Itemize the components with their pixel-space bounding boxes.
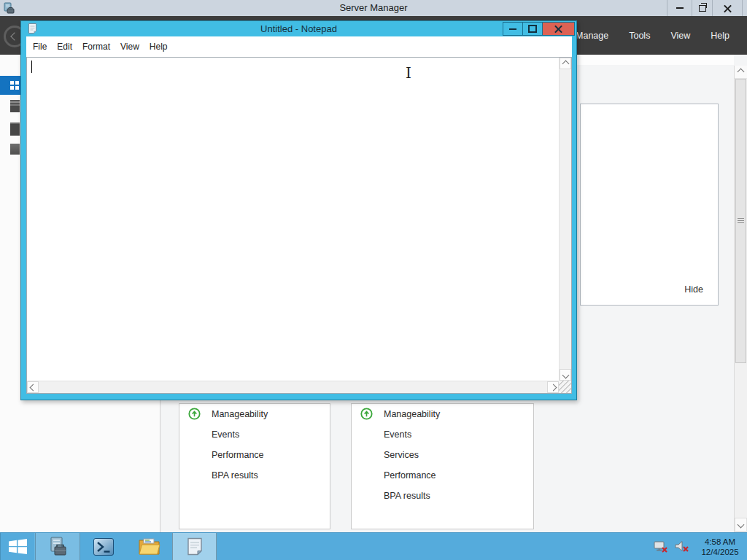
tile-row-label: BPA results	[384, 491, 430, 501]
dashboard-tile-2: Manageability Events Services Performanc…	[351, 403, 534, 529]
ibeam-cursor: I	[406, 66, 411, 80]
tile-row-label: Performance	[384, 470, 436, 481]
maximize-icon	[528, 25, 537, 33]
notepad-menu-format[interactable]: Format	[77, 42, 115, 52]
notepad-titlebar[interactable]: Untitled - Notepad	[21, 21, 576, 36]
server-manager-caption-buttons	[667, 0, 743, 16]
notepad-window: Untitled - Notepad File Edit Format View…	[20, 20, 577, 400]
notification-flyout-panel: Hide	[580, 104, 719, 306]
taskbar-notepad-button[interactable]	[172, 533, 217, 560]
notepad-menu-edit[interactable]: Edit	[52, 42, 77, 52]
close-icon	[724, 4, 732, 12]
dashboard-tile-1: Manageability Events Performance BPA res…	[179, 403, 330, 529]
resize-grip[interactable]	[559, 381, 571, 393]
start-button[interactable]	[0, 533, 35, 560]
server-manager-titlebar[interactable]: Server Manager	[0, 0, 747, 16]
taskbar-powershell-button[interactable]	[80, 533, 126, 560]
restore-button[interactable]	[692, 0, 712, 16]
notepad-close-button[interactable]	[542, 22, 575, 36]
tile-1-manageability[interactable]: Manageability	[179, 404, 330, 424]
sidebar-item-icon[interactable]	[10, 144, 20, 155]
page-scrollbar[interactable]	[734, 66, 747, 532]
minimize-button[interactable]	[667, 0, 692, 16]
scroll-down-button[interactable]	[735, 518, 747, 532]
tile-row-label: BPA results	[212, 470, 258, 481]
windows-logo-icon	[9, 539, 27, 554]
menu-item-view[interactable]: View	[660, 31, 700, 41]
notepad-caption-buttons	[503, 22, 575, 36]
status-up-icon	[188, 408, 201, 420]
chevron-down-icon	[562, 371, 569, 378]
tile-2-events[interactable]: Events	[352, 424, 533, 445]
restore-icon	[699, 5, 706, 12]
back-arrow-icon	[10, 32, 18, 40]
notepad-menubar: File Edit Format View Help	[26, 36, 572, 57]
taskbar-file-explorer-button[interactable]	[126, 533, 172, 560]
notepad-icon	[185, 537, 204, 556]
taskbar-clock[interactable]: 4:58 AM 12/4/2025	[696, 537, 744, 557]
taskbar-server-manager-button[interactable]	[35, 533, 80, 560]
chevron-up-icon	[738, 69, 745, 76]
network-status-icon[interactable]	[654, 540, 668, 553]
notepad-menu-help[interactable]: Help	[144, 42, 173, 52]
status-up-icon	[360, 408, 373, 420]
chevron-right-icon	[549, 384, 557, 391]
speaker-muted-icon	[675, 540, 689, 553]
scroll-right-button[interactable]	[547, 381, 559, 393]
tile-2-bpa-results[interactable]: BPA results	[352, 486, 533, 506]
tile-1-performance[interactable]: Performance	[179, 445, 330, 465]
scroll-up-button[interactable]	[735, 66, 747, 79]
clock-date: 12/4/2025	[696, 547, 744, 557]
scroll-left-button[interactable]	[27, 381, 39, 393]
menu-item-help[interactable]: Help	[700, 31, 740, 41]
chevron-up-icon	[562, 60, 569, 67]
tile-row-label: Performance	[212, 450, 264, 460]
tile-row-label: Manageability	[212, 409, 268, 419]
notepad-minimize-button[interactable]	[503, 22, 523, 36]
dashboard-grid-icon	[10, 81, 20, 90]
tile-2-services[interactable]: Services	[352, 445, 533, 465]
chevron-down-icon	[738, 521, 745, 529]
tile-1-list: Manageability Events Performance BPA res…	[179, 404, 330, 486]
notepad-menu-file[interactable]: File	[28, 42, 52, 52]
close-icon	[554, 25, 562, 33]
menu-item-tools[interactable]: Tools	[619, 31, 660, 41]
scrollbar-thumb[interactable]	[735, 79, 746, 363]
chevron-left-icon	[29, 384, 36, 391]
notepad-text-area[interactable]	[27, 58, 559, 381]
text-caret	[31, 61, 32, 73]
tile-2-manageability[interactable]: Manageability	[352, 404, 533, 424]
hide-link[interactable]: Hide	[684, 284, 703, 295]
server-manager-window-title: Server Manager	[0, 2, 747, 13]
sidebar-item-icon[interactable]	[10, 100, 20, 112]
scroll-up-button[interactable]	[560, 58, 571, 69]
server-manager-menu: Manage Tools View Help	[565, 16, 740, 55]
tile-2-performance[interactable]: Performance	[352, 465, 533, 486]
notepad-vertical-scrollbar[interactable]	[559, 58, 571, 381]
audio-status-icon[interactable]	[675, 540, 689, 553]
server-manager-icon	[47, 537, 68, 557]
tile-1-events[interactable]: Events	[179, 424, 330, 445]
tile-row-label: Services	[384, 450, 419, 460]
tile-1-bpa-results[interactable]: BPA results	[179, 465, 330, 486]
clock-time: 4:58 AM	[696, 537, 744, 547]
sidebar-item-icon[interactable]	[10, 122, 20, 136]
tile-2-list: Manageability Events Services Performanc…	[352, 404, 533, 506]
minimize-icon	[676, 7, 684, 9]
thumb-grip-icon	[738, 218, 744, 224]
close-button[interactable]	[712, 0, 743, 16]
notepad-client-area: File Edit Format View Help	[26, 36, 572, 394]
powershell-icon	[93, 538, 114, 556]
network-disconnected-icon	[654, 540, 668, 553]
minimize-icon	[509, 28, 516, 30]
notepad-editor-region	[26, 57, 572, 394]
notepad-menu-view[interactable]: View	[115, 42, 144, 52]
notepad-horizontal-scrollbar[interactable]	[27, 381, 559, 393]
tile-row-label: Manageability	[384, 409, 440, 419]
notepad-maximize-button[interactable]	[522, 22, 543, 36]
system-tray: 4:58 AM 12/4/2025	[654, 533, 744, 560]
scroll-down-button[interactable]	[560, 369, 571, 381]
file-explorer-icon	[139, 537, 160, 556]
tile-row-label: Events	[384, 429, 411, 440]
notepad-window-title: Untitled - Notepad	[21, 23, 576, 34]
